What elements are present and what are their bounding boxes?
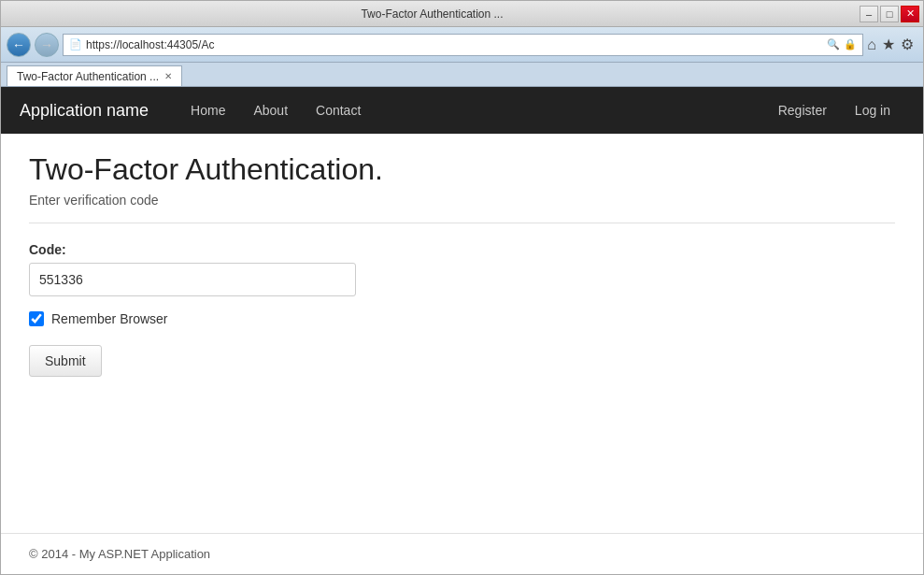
- code-field-group: Code:: [29, 242, 421, 296]
- nav-about[interactable]: About: [239, 89, 302, 132]
- tab-label: Two-Factor Authentication ...: [17, 70, 159, 83]
- url-text: https://localhost:44305/Ac: [86, 38, 823, 51]
- tab-bar: Two-Factor Authentication ... ✕: [1, 63, 923, 87]
- submit-button[interactable]: Submit: [29, 345, 102, 377]
- toolbar-icons: ⌂ ★ ⚙: [867, 36, 917, 53]
- home-icon[interactable]: ⌂: [867, 36, 876, 53]
- nav-login[interactable]: Log in: [841, 89, 904, 132]
- active-tab[interactable]: Two-Factor Authentication ... ✕: [7, 65, 182, 86]
- back-button[interactable]: ←: [7, 33, 31, 57]
- app-navbar: Application name Home About Contact Regi…: [1, 87, 923, 134]
- url-box[interactable]: 📄 https://localhost:44305/Ac 🔍 🔒: [63, 34, 863, 56]
- app-brand-link[interactable]: Application name: [20, 101, 149, 121]
- remember-browser-label: Remember Browser: [51, 311, 167, 326]
- window-controls: – □ ✕: [860, 6, 919, 22]
- url-search-icon: 🔍: [827, 38, 840, 50]
- footer-text: © 2014 - My ASP.NET Application: [29, 547, 210, 561]
- nav-contact[interactable]: Contact: [302, 89, 375, 132]
- footer: © 2014 - My ASP.NET Application: [1, 533, 923, 574]
- minimize-button[interactable]: –: [860, 6, 878, 22]
- divider: [29, 223, 895, 223]
- remember-browser-group: Remember Browser: [29, 311, 421, 326]
- code-label: Code:: [29, 242, 421, 257]
- favorites-icon[interactable]: ★: [882, 36, 895, 53]
- page-title: Two-Factor Authentication.: [29, 152, 895, 187]
- url-lock-icon: 🔒: [844, 38, 857, 50]
- forward-button[interactable]: →: [35, 33, 59, 57]
- nav-links: Home About Contact: [177, 89, 375, 132]
- auth-form: Code: Remember Browser Submit: [29, 242, 421, 377]
- remember-browser-checkbox[interactable]: [29, 311, 44, 326]
- title-bar-title: Two-Factor Authentication ...: [5, 7, 860, 21]
- nav-home[interactable]: Home: [177, 89, 239, 132]
- url-page-icon: 📄: [69, 38, 82, 50]
- address-bar: ← → 📄 https://localhost:44305/Ac 🔍 🔒 ⌂ ★…: [1, 27, 923, 63]
- maximize-button[interactable]: □: [880, 6, 899, 22]
- page-subtitle: Enter verification code: [29, 193, 895, 208]
- tab-close-button[interactable]: ✕: [164, 71, 172, 81]
- settings-icon[interactable]: ⚙: [901, 36, 914, 53]
- main-content: Two-Factor Authentication. Enter verific…: [1, 134, 923, 533]
- code-input[interactable]: [29, 263, 356, 296]
- title-bar: Two-Factor Authentication ... – □ ✕: [1, 1, 923, 27]
- close-button[interactable]: ✕: [901, 6, 919, 22]
- nav-register[interactable]: Register: [764, 89, 841, 132]
- nav-right-links: Register Log in: [764, 89, 904, 132]
